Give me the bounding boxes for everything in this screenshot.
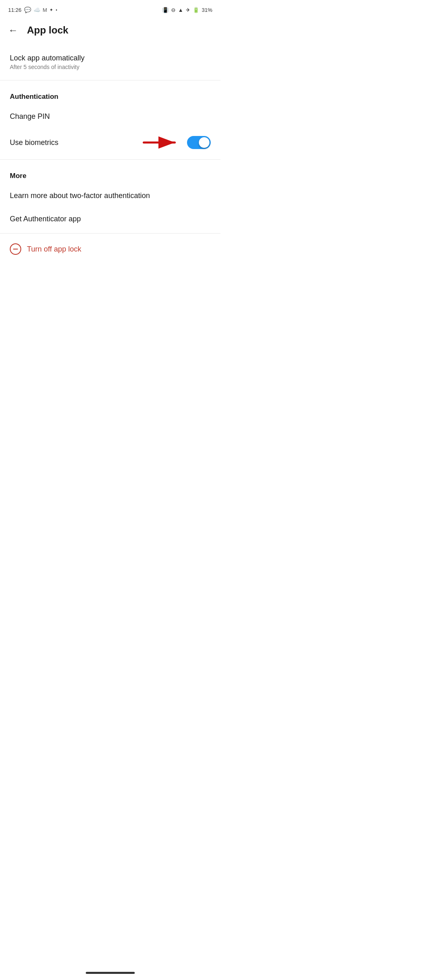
learn-more-title: Learn more about two-factor authenticati… [10, 192, 211, 200]
dot-icon: • [56, 8, 57, 12]
use-biometrics-row[interactable]: Use biometrics [0, 128, 220, 157]
gmail-icon: M [43, 7, 47, 13]
learn-more-item[interactable]: Learn more about two-factor authenticati… [0, 184, 220, 207]
use-biometrics-label: Use biometrics [10, 138, 58, 147]
status-bar: 11:26 💬 ☁️ M ✦ • 📳 ⊖ ▲ ✈ 🔋 31% [0, 0, 220, 18]
status-left: 11:26 💬 ☁️ M ✦ • [8, 7, 57, 13]
status-time: 11:26 [8, 7, 22, 13]
cloud-icon: ☁️ [33, 7, 40, 13]
divider-1 [0, 80, 220, 80]
change-pin-title: Change PIN [10, 112, 211, 121]
battery-percent: 31% [202, 7, 212, 13]
toolbar: ← App lock [0, 18, 220, 42]
page-title: App lock [27, 24, 68, 36]
lock-automatically-title: Lock app automatically [10, 54, 211, 62]
more-section-header: More [0, 162, 220, 184]
toggle-row-right [142, 136, 211, 149]
back-arrow-icon: ← [8, 24, 18, 36]
battery-icon: 🔋 [193, 7, 199, 13]
vibrate-icon: 📳 [162, 7, 169, 13]
authentication-header-title: Authentication [10, 93, 58, 100]
get-authenticator-title: Get Authenticator app [10, 215, 211, 223]
lock-automatically-item[interactable]: Lock app automatically After 5 seconds o… [0, 47, 220, 78]
get-authenticator-item[interactable]: Get Authenticator app [0, 207, 220, 231]
turn-off-label: Turn off app lock [27, 245, 81, 254]
authentication-section-header: Authentication [0, 83, 220, 105]
dnd-icon: ⊖ [171, 7, 176, 13]
status-right: 📳 ⊖ ▲ ✈ 🔋 31% [162, 7, 212, 13]
change-pin-item[interactable]: Change PIN [0, 105, 220, 128]
turn-off-row[interactable]: Turn off app lock [0, 236, 220, 262]
notification-icon: ✦ [49, 7, 53, 13]
airplane-icon: ✈ [186, 7, 190, 13]
lock-automatically-subtitle: After 5 seconds of inactivity [10, 64, 211, 70]
red-arrow-annotation [142, 136, 179, 149]
red-arrow-svg [142, 136, 179, 149]
more-header-title: More [10, 172, 27, 180]
back-button[interactable]: ← [6, 23, 20, 38]
toggle-knob [199, 137, 209, 148]
biometrics-toggle[interactable] [187, 136, 211, 149]
chat-icon: 💬 [24, 7, 31, 13]
content: Lock app automatically After 5 seconds o… [0, 42, 220, 266]
divider-3 [0, 233, 220, 234]
wifi-icon: ▲ [178, 7, 183, 13]
minus-bar [13, 249, 18, 250]
divider-2 [0, 159, 220, 160]
turn-off-icon [10, 243, 21, 255]
